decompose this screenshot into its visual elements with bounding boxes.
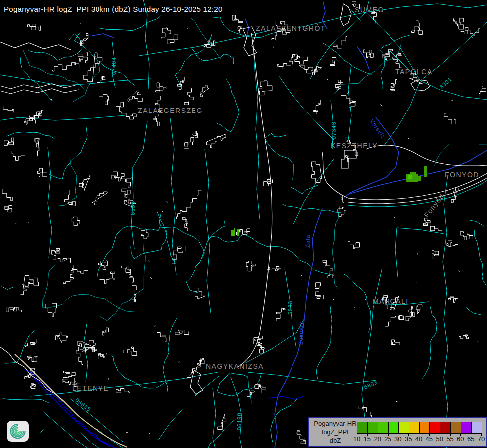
radar-echo [424, 166, 427, 177]
radar-echo [237, 229, 239, 236]
legend-tick-labels: 10152025303540455055606570 [309, 418, 486, 446]
legend-tick-label-15: 15 [364, 435, 371, 443]
radar-map-stage: ZALASZENTGRÓTSÜMEGTAPOLCAZALAEGERSZEGKES… [0, 0, 487, 448]
legend-tick-label-45: 45 [426, 435, 433, 443]
radar-echo [417, 176, 421, 181]
legend-tick-label-30: 30 [394, 435, 401, 443]
radar-echo [410, 172, 416, 175]
radar-echo [231, 230, 235, 236]
hungaromet-spiral-logo [7, 421, 29, 442]
legend-tick-label-65: 65 [467, 435, 474, 443]
legend-tick-label-60: 60 [457, 435, 464, 443]
map-canvas [0, 0, 487, 448]
radar-echo [234, 228, 235, 230]
legend-tick-label-55: 55 [446, 435, 453, 443]
legend-tick-label-20: 20 [374, 435, 381, 443]
radar-echo [408, 175, 412, 179]
shoreline-layer [0, 4, 487, 401]
legend-tick-label-40: 40 [415, 435, 422, 443]
spiral-logo-icon [7, 421, 29, 442]
legend-tick-label-70: 70 [478, 435, 485, 443]
legend-tick-label-50: 50 [436, 435, 443, 443]
legend-tick-label-35: 35 [405, 435, 412, 443]
legend-tick-label-10: 10 [353, 435, 360, 443]
radar-title: Poganyvar-HR logZ_PPI 30km (dbZ) Sunday … [4, 5, 223, 13]
legend-panel: Poganyvar-HR logZ_PPI dbZ 10152025303540… [308, 417, 487, 447]
rivers-layer [26, 2, 487, 448]
radar-echo-layer [231, 166, 427, 236]
main-roads-layer [0, 0, 487, 448]
legend-tick-label-25: 25 [384, 435, 391, 443]
settlement-outline-layer [2, 2, 486, 444]
